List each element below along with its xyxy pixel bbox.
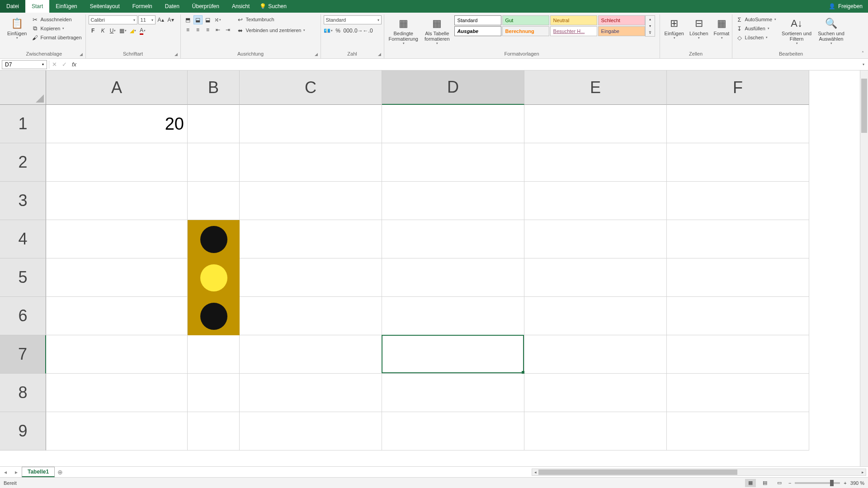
tab-einfuegen[interactable]: Einfügen — [49, 0, 83, 13]
zoom-out-button[interactable]: − — [788, 480, 791, 486]
cell[interactable] — [524, 297, 667, 335]
traffic-light-shape[interactable] — [188, 220, 240, 335]
find-select-button[interactable]: 🔍Suchen und Auswählen▾ — [816, 15, 846, 46]
cell[interactable] — [240, 182, 382, 220]
style-ausgabe[interactable]: Ausgabe — [454, 26, 501, 36]
decrease-font-button[interactable]: A▾ — [166, 15, 175, 24]
cell[interactable] — [524, 143, 667, 182]
cell[interactable] — [46, 374, 188, 412]
row-header[interactable]: 2 — [0, 143, 46, 182]
sheet-nav-prev[interactable]: ◂ — [0, 469, 11, 475]
cell[interactable] — [667, 182, 809, 220]
format-cells-button[interactable]: ▦Format▾ — [712, 15, 731, 41]
cut-button[interactable]: ✂Ausschneiden — [30, 15, 82, 23]
cell[interactable] — [382, 220, 524, 258]
style-berechnung[interactable]: Berechnung — [502, 26, 549, 36]
freigeben-button[interactable]: Freigeben — [838, 3, 863, 9]
cell[interactable] — [240, 143, 382, 182]
cell[interactable] — [524, 412, 667, 450]
align-center-button[interactable]: ≡ — [193, 25, 203, 34]
cell[interactable] — [188, 105, 240, 143]
cell[interactable] — [524, 220, 667, 258]
decrease-indent-button[interactable]: ⇤ — [213, 25, 222, 34]
border-button[interactable]: ▦▾ — [118, 26, 127, 35]
delete-cells-button[interactable]: ⊟Löschen▾ — [688, 15, 710, 41]
style-besucht[interactable]: Besuchter H... — [550, 26, 597, 36]
view-normal-button[interactable]: ▦ — [745, 479, 756, 487]
cell[interactable] — [524, 374, 667, 412]
cell[interactable] — [240, 220, 382, 258]
cell[interactable] — [667, 297, 809, 335]
wrap-text-button[interactable]: ↩Textumbruch — [236, 15, 307, 23]
cell[interactable] — [667, 258, 809, 297]
cell[interactable] — [240, 374, 382, 412]
cell[interactable] — [46, 143, 188, 182]
dialog-launcher-icon[interactable]: ◢ — [378, 52, 381, 56]
scrollbar-thumb[interactable] — [861, 79, 867, 133]
vertical-scrollbar[interactable] — [860, 70, 868, 466]
insert-function-button[interactable]: fx — [69, 60, 79, 69]
cell[interactable] — [667, 143, 809, 182]
column-header[interactable]: E — [524, 70, 667, 105]
copy-button[interactable]: ⧉Kopieren▾ — [30, 24, 82, 33]
conditional-formatting-button[interactable]: ▦Bedingte Formatierung▾ — [387, 15, 420, 46]
cell[interactable] — [46, 335, 188, 374]
cell[interactable] — [382, 258, 524, 297]
tab-formeln[interactable]: Formeln — [126, 0, 159, 13]
style-schlecht[interactable]: Schlecht — [598, 15, 645, 25]
cell[interactable] — [188, 182, 240, 220]
cell[interactable] — [240, 105, 382, 143]
cell[interactable] — [46, 258, 188, 297]
decrease-decimal-button[interactable]: ←.0 — [363, 26, 373, 35]
row-header[interactable]: 3 — [0, 182, 46, 220]
orientation-button[interactable]: ⤭▾ — [213, 15, 222, 24]
name-box[interactable]: D7▾ — [2, 60, 47, 69]
row-header[interactable]: 8 — [0, 374, 46, 412]
zoom-slider[interactable] — [795, 482, 840, 484]
align-middle-button[interactable]: ⬓ — [193, 15, 203, 24]
increase-indent-button[interactable]: ⇥ — [223, 25, 232, 34]
fill-color-button[interactable]: ◢▾ — [128, 26, 137, 35]
clear-button[interactable]: ◇Löschen▾ — [735, 33, 778, 42]
dialog-launcher-icon[interactable]: ◢ — [80, 52, 83, 56]
cell[interactable] — [240, 412, 382, 450]
collapse-ribbon-button[interactable]: ˄ — [859, 49, 866, 56]
add-sheet-button[interactable]: ⊕ — [55, 469, 66, 476]
scrollbar-thumb[interactable] — [538, 469, 737, 475]
view-page-layout-button[interactable]: ▤ — [760, 479, 770, 487]
cell[interactable] — [524, 105, 667, 143]
cell[interactable] — [382, 182, 524, 220]
cell[interactable] — [46, 220, 188, 258]
cell-styles-gallery[interactable]: Standard Gut Neutral Schlecht Ausgabe Be… — [454, 15, 645, 37]
align-right-button[interactable]: ≡ — [203, 25, 212, 34]
format-as-table-button[interactable]: ▦Als Tabelle formatieren▾ — [423, 15, 452, 46]
cell[interactable] — [667, 335, 809, 374]
view-page-break-button[interactable]: ▭ — [774, 479, 785, 487]
tab-seitenlayout[interactable]: Seitenlayout — [84, 0, 126, 13]
font-name-combo[interactable]: Calibri▾ — [89, 15, 137, 24]
underline-button[interactable]: U▾ — [108, 26, 118, 35]
cell[interactable] — [46, 297, 188, 335]
number-format-combo[interactable]: Standard▾ — [324, 15, 382, 24]
zoom-in-button[interactable]: + — [844, 480, 846, 486]
bold-button[interactable]: F — [89, 26, 98, 35]
cell[interactable] — [382, 335, 524, 374]
style-neutral[interactable]: Neutral — [550, 15, 597, 25]
style-standard[interactable]: Standard — [454, 15, 501, 25]
increase-decimal-button[interactable]: .0→ — [354, 26, 363, 35]
column-header[interactable]: F — [667, 70, 809, 105]
tab-ansicht[interactable]: Ansicht — [226, 0, 256, 13]
enter-formula-button[interactable]: ✓ — [59, 60, 69, 69]
gallery-down-button[interactable]: ▾ — [646, 23, 655, 29]
cell[interactable] — [524, 258, 667, 297]
cell[interactable] — [188, 412, 240, 450]
cells-area[interactable]: 20 — [46, 105, 860, 466]
autosum-button[interactable]: ΣAutoSumme▾ — [735, 15, 778, 23]
dialog-launcher-icon[interactable]: ◢ — [315, 52, 318, 56]
cell[interactable] — [667, 105, 809, 143]
insert-cells-button[interactable]: ⊞Einfügen▾ — [663, 15, 686, 41]
merge-center-button[interactable]: ⬌Verbinden und zentrieren▾ — [236, 26, 307, 34]
column-header[interactable]: A — [46, 70, 188, 105]
row-header[interactable]: 4 — [0, 220, 46, 258]
dialog-launcher-icon[interactable]: ◢ — [175, 52, 178, 56]
